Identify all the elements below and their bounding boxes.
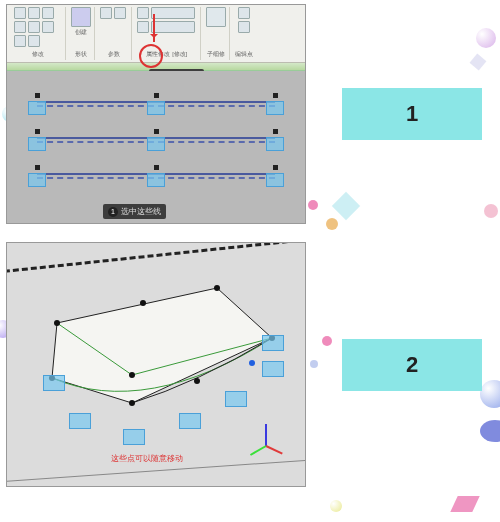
- ribbon-label: 参数: [108, 50, 120, 59]
- viewport-1[interactable]: 1选中这些线: [7, 71, 305, 223]
- ribbon-label: 形状: [75, 50, 87, 59]
- ribbon-group-1: 修改: [11, 7, 66, 60]
- ribbon-label: 子细修: [207, 50, 225, 59]
- grid-line-dashed: [6, 242, 306, 277]
- app-ribbon: 修改 创建 形状 参数 属性修改 [修改] 子细修: [7, 5, 305, 63]
- svg-point-1: [54, 320, 60, 326]
- curve-line[interactable]: [37, 125, 275, 153]
- ribbon-group-3: 参数: [97, 7, 132, 60]
- ribbon-group-6: 编辑点: [232, 7, 256, 60]
- svg-marker-0: [52, 288, 272, 403]
- annotation-circle: [139, 44, 163, 68]
- ribbon-group-5: 子细修: [203, 7, 230, 60]
- ribbon-group-shape: 创建 形状: [68, 7, 95, 60]
- ribbon-label: 编辑点: [235, 50, 253, 59]
- svg-point-8: [194, 378, 200, 384]
- svg-point-6: [129, 372, 135, 378]
- svg-point-2: [214, 285, 220, 291]
- annotation-text: 这些点可以随意移动: [111, 453, 183, 464]
- create-shape-icon[interactable]: [71, 7, 91, 27]
- step-badge-2: 2: [342, 339, 482, 391]
- annotation-arrow: [153, 14, 155, 42]
- svg-point-9: [249, 360, 255, 366]
- ribbon-label: 修改: [32, 50, 44, 59]
- step-1-row: 修改 创建 形状 参数 属性修改 [修改] 子细修: [6, 4, 494, 224]
- step-badge-1: 1: [342, 88, 482, 140]
- filter-icon[interactable]: [206, 7, 226, 27]
- slab-shape[interactable]: [47, 283, 277, 433]
- screenshot-panel-2: 这些点可以随意移动: [6, 242, 306, 487]
- svg-point-7: [140, 300, 146, 306]
- step-2-row: 这些点可以随意移动 2: [6, 242, 494, 487]
- callout-tooltip-1: 1选中这些线: [103, 204, 166, 219]
- svg-point-4: [129, 400, 135, 406]
- curve-line[interactable]: [37, 161, 275, 189]
- curve-line[interactable]: [37, 89, 275, 117]
- screenshot-panel-1: 修改 创建 形状 参数 属性修改 [修改] 子细修: [6, 4, 306, 224]
